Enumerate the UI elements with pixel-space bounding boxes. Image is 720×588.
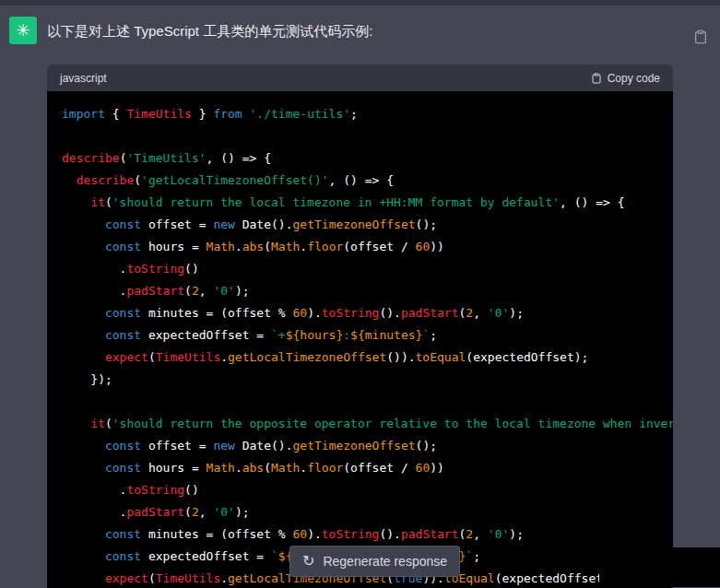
code-line: }); xyxy=(62,369,658,391)
code-content[interactable]: import { TimeUtils } from './time-utils'… xyxy=(47,91,673,588)
code-line xyxy=(62,391,658,413)
code-line: expect(TimeUtils.getLocalTimezoneOffset(… xyxy=(62,347,658,369)
code-line: .padStart(2, '0'); xyxy=(62,501,658,523)
code-line: const minutes = (offset % 60).toString()… xyxy=(62,302,658,324)
screen-corner-overlay xyxy=(599,547,720,587)
code-line: it('should return the opposite operator … xyxy=(62,413,658,435)
regenerate-response-button[interactable]: ↻ Regenerate response xyxy=(289,546,460,577)
code-line xyxy=(62,125,658,147)
code-line: const offset = new Date().getTimezoneOff… xyxy=(62,435,658,457)
code-block: javascript Copy code import { TimeUtils … xyxy=(47,65,673,588)
clipboard-icon xyxy=(693,29,708,44)
openai-logo-icon: ✳ xyxy=(16,22,30,39)
code-line: .toString() xyxy=(62,479,658,501)
clipboard-icon xyxy=(591,73,602,84)
code-line: const minutes = (offset % 60).toString()… xyxy=(62,523,658,546)
regenerate-label: Regenerate response xyxy=(323,554,447,569)
code-line: const expectedOffset = `+${hours}:${minu… xyxy=(62,324,658,347)
assistant-avatar: ✳ xyxy=(9,17,37,44)
code-line: const hours = Math.abs(Math.floor(offset… xyxy=(62,457,658,479)
code-line: const hours = Math.abs(Math.floor(offset… xyxy=(62,236,658,258)
code-line: const offset = new Date().getTimezoneOff… xyxy=(62,214,658,236)
chat-page: ✳ 以下是对上述 TypeScript 工具类的单元测试代码示例: javasc… xyxy=(0,0,720,588)
copy-code-button[interactable]: Copy code xyxy=(591,72,660,85)
code-line: import { TimeUtils } from './time-utils'… xyxy=(62,103,658,125)
code-language-label: javascript xyxy=(60,72,107,85)
code-line: describe('TimeUtils', () => { xyxy=(62,147,658,170)
code-line: it('should return the local timezone in … xyxy=(62,192,658,214)
assistant-message: ✳ 以下是对上述 TypeScript 工具类的单元测试代码示例: javasc… xyxy=(0,6,720,588)
code-line: describe('getLocalTimezoneOffset()', () … xyxy=(62,170,658,192)
copy-message-button[interactable] xyxy=(691,28,710,46)
refresh-icon: ↻ xyxy=(302,554,314,569)
code-line: .toString() xyxy=(62,258,658,280)
code-line: .padStart(2, '0'); xyxy=(62,280,658,302)
code-block-header: javascript Copy code xyxy=(47,65,673,91)
message-text: 以下是对上述 TypeScript 工具类的单元测试代码示例: xyxy=(47,19,674,43)
copy-code-label: Copy code xyxy=(608,72,660,85)
